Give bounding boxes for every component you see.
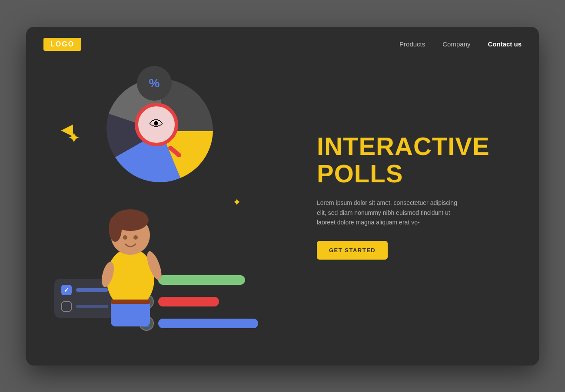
checkbox-empty bbox=[61, 301, 72, 312]
person-illustration bbox=[91, 192, 170, 331]
sparkle-icon-1: ✦ bbox=[67, 129, 80, 147]
main-content: % ▶ ✦ ✦ 👁 bbox=[26, 27, 539, 366]
nav-products[interactable]: Products bbox=[399, 40, 425, 48]
eye-icon: 👁 bbox=[150, 116, 163, 132]
magnifier: 👁 bbox=[135, 103, 187, 155]
svg-rect-1 bbox=[111, 300, 150, 326]
svg-point-6 bbox=[133, 235, 138, 240]
svg-rect-9 bbox=[111, 300, 150, 304]
nav-company[interactable]: Company bbox=[442, 40, 470, 48]
sparkle-icon-2: ✦ bbox=[233, 196, 241, 208]
hero-title: INTERACTIVE POLLS bbox=[317, 132, 517, 188]
checkbox-checked: ✓ bbox=[61, 285, 72, 295]
svg-point-5 bbox=[123, 235, 127, 240]
illustration-area: % ▶ ✦ ✦ 👁 bbox=[26, 27, 308, 366]
nav-links: Products Company Contact us bbox=[399, 40, 522, 48]
percent-bubble: % bbox=[137, 66, 172, 101]
browser-window: LOGO Products Company Contact us bbox=[26, 27, 539, 366]
percent-symbol: % bbox=[149, 76, 160, 90]
hero-description: Lorem ipsum dolor sit amet, consectetuer… bbox=[317, 198, 465, 227]
magnifier-circle: 👁 bbox=[135, 103, 178, 146]
nav-contact[interactable]: Contact us bbox=[488, 40, 522, 48]
right-content: INTERACTIVE POLLS Lorem ipsum dolor sit … bbox=[308, 132, 539, 260]
svg-point-4 bbox=[109, 216, 122, 242]
logo[interactable]: LOGO bbox=[43, 38, 81, 51]
navbar: LOGO Products Company Contact us bbox=[26, 27, 539, 62]
logo-text: LOGO bbox=[50, 40, 74, 48]
bar-fill-3 bbox=[158, 319, 258, 328]
get-started-button[interactable]: GET STARTED bbox=[317, 241, 388, 260]
bar-fill-1 bbox=[158, 275, 245, 285]
